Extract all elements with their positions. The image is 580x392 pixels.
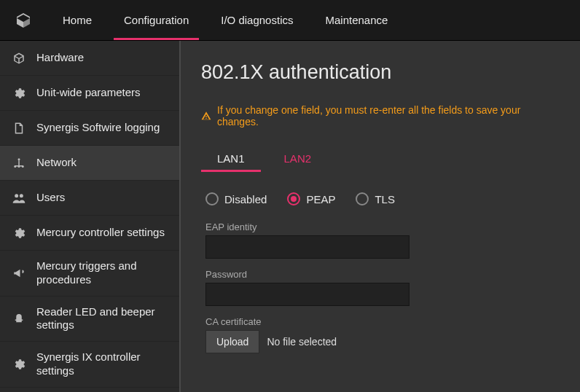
svg-marker-2 xyxy=(23,18,30,28)
svg-marker-1 xyxy=(17,18,23,28)
warning-text: If you change one field, you must re-ent… xyxy=(217,104,560,128)
svg-marker-0 xyxy=(17,13,30,18)
beacon-icon xyxy=(12,311,26,326)
topnav-label: Home xyxy=(63,14,92,26)
sidebar-item-label: Users xyxy=(36,191,65,205)
page-icon xyxy=(12,121,26,136)
sidebar-item-reader-led[interactable]: Reader LED and beeper settings xyxy=(0,297,179,342)
cube-icon xyxy=(12,51,26,66)
gear-icon xyxy=(12,357,26,372)
gear-icon xyxy=(12,86,26,101)
tab-lan1[interactable]: LAN1 xyxy=(201,148,261,172)
file-status-text: No file selected xyxy=(267,336,337,348)
gear-icon xyxy=(12,226,26,240)
radio-label: Disabled xyxy=(224,193,267,205)
sidebar-item-label: Unit-wide parameters xyxy=(36,86,141,100)
sidebar-item-label: Synergis IX controller settings xyxy=(36,350,169,378)
users-icon xyxy=(12,191,26,205)
eap-identity-input[interactable] xyxy=(205,235,409,259)
sidebar-item-network[interactable]: Network xyxy=(0,146,179,181)
topnav-label: Maintenance xyxy=(325,14,388,26)
sidebar-item-softwire-logging[interactable]: Synergis Softwire logging xyxy=(0,111,179,146)
sidebar-item-label: Reader LED and beeper settings xyxy=(36,305,169,333)
topnav-home[interactable]: Home xyxy=(47,0,108,40)
svg-point-8 xyxy=(20,194,23,197)
radio-peap[interactable]: PEAP xyxy=(287,192,335,205)
ca-cert-label: CA certificate xyxy=(205,316,555,327)
top-nav: Home Configuration I/O diagnostics Maint… xyxy=(47,0,404,40)
megaphone-icon xyxy=(12,266,26,281)
sidebar-item-users[interactable]: Users xyxy=(0,181,179,216)
password-input[interactable] xyxy=(205,283,409,306)
topnav-maintenance[interactable]: Maintenance xyxy=(309,0,404,40)
upload-button[interactable]: Upload xyxy=(205,330,259,353)
sidebar-item-hardware[interactable]: Hardware xyxy=(0,41,179,76)
radio-disabled[interactable]: Disabled xyxy=(205,192,267,205)
sidebar-item-label: Network xyxy=(36,156,77,170)
sidebar: Hardware Unit-wide parameters Synergis S… xyxy=(0,41,181,392)
sidebar-item-label: Mercury controller settings xyxy=(36,226,165,240)
page-title: 802.1X authentication xyxy=(201,61,560,84)
sidebar-item-mercury-triggers[interactable]: Mercury triggers and procedures xyxy=(0,251,179,297)
radio-tls[interactable]: TLS xyxy=(356,192,395,205)
password-label: Password xyxy=(205,269,555,280)
tab-label: LAN2 xyxy=(284,152,312,165)
radio-circle-icon xyxy=(287,192,300,205)
tab-label: LAN1 xyxy=(217,152,245,165)
sidebar-item-label: Hardware xyxy=(36,51,84,65)
radio-circle-icon xyxy=(356,192,369,205)
sidebar-item-synergis-ix[interactable]: Synergis IX controller settings xyxy=(0,342,179,388)
main-content: 802.1X authentication If you change one … xyxy=(181,41,580,392)
topnav-label: Configuration xyxy=(124,14,189,26)
app-logo xyxy=(0,0,47,40)
warning-icon xyxy=(201,111,211,121)
network-icon xyxy=(12,156,26,170)
topnav-label: I/O diagnostics xyxy=(221,14,293,26)
radio-label: TLS xyxy=(375,193,395,205)
radio-label: PEAP xyxy=(306,193,335,205)
topnav-configuration[interactable]: Configuration xyxy=(108,0,205,40)
svg-rect-9 xyxy=(16,321,22,322)
lan-tabs: LAN1 LAN2 xyxy=(201,148,560,172)
svg-point-3 xyxy=(18,158,20,160)
sidebar-item-unit-wide-parameters[interactable]: Unit-wide parameters xyxy=(0,76,179,111)
topnav-io-diagnostics[interactable]: I/O diagnostics xyxy=(205,0,309,40)
sidebar-item-label: Synergis Softwire logging xyxy=(36,121,160,135)
tab-lan2[interactable]: LAN2 xyxy=(268,148,328,172)
eap-identity-label: EAP identity xyxy=(205,222,555,232)
sidebar-item-mercury-controller[interactable]: Mercury controller settings xyxy=(0,216,179,251)
warning-banner: If you change one field, you must re-ent… xyxy=(201,104,560,128)
auth-mode-radios: Disabled PEAP TLS xyxy=(205,192,555,205)
svg-point-7 xyxy=(15,194,18,197)
radio-circle-icon xyxy=(205,192,219,205)
sidebar-item-label: Mercury triggers and procedures xyxy=(36,259,169,287)
